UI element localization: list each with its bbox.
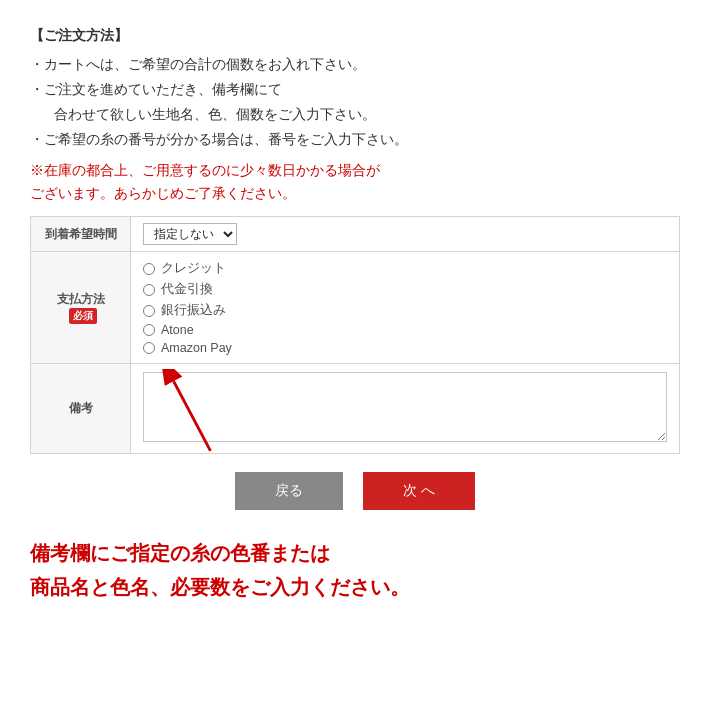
required-badge: 必須 bbox=[69, 308, 97, 324]
payment-label-cell: 支払方法 必須 bbox=[31, 252, 131, 364]
radio-circle-atone bbox=[143, 324, 155, 336]
payment-radio-group: クレジット 代金引換 銀行振込み Atone bbox=[143, 260, 667, 355]
radio-circle-cod bbox=[143, 284, 155, 296]
payment-option-atone[interactable]: Atone bbox=[143, 323, 667, 337]
remarks-textarea[interactable] bbox=[143, 372, 667, 442]
radio-circle-bank bbox=[143, 305, 155, 317]
order-form-table: 到着希望時間 指定しない 支払方法 必須 クレジット bbox=[30, 216, 680, 454]
payment-label-amazon: Amazon Pay bbox=[161, 341, 232, 355]
back-button[interactable]: 戻る bbox=[235, 472, 343, 510]
bottom-text-paragraph: 備考欄にご指定の糸の色番または 商品名と色名、必要数をご入力ください。 bbox=[30, 536, 680, 604]
payment-options-cell: クレジット 代金引換 銀行振込み Atone bbox=[131, 252, 680, 364]
payment-option-bank[interactable]: 銀行振込み bbox=[143, 302, 667, 319]
bottom-text-line2: 商品名と色名、必要数をご入力ください。 bbox=[30, 576, 410, 598]
bottom-text-section: 備考欄にご指定の糸の色番または 商品名と色名、必要数をご入力ください。 bbox=[0, 526, 710, 624]
delivery-time-select[interactable]: 指定しない bbox=[143, 223, 237, 245]
payment-row: 支払方法 必須 クレジット 代金引換 銀行振込み bbox=[31, 252, 680, 364]
red-arrow-icon bbox=[160, 369, 220, 459]
instruction-bullet-3: ・ご希望の糸の番号が分かる場合は、番号をご入力下さい。 bbox=[30, 128, 680, 153]
payment-label-atone: Atone bbox=[161, 323, 194, 337]
payment-label-credit: クレジット bbox=[161, 260, 226, 277]
payment-option-cod[interactable]: 代金引換 bbox=[143, 281, 667, 298]
button-row: 戻る 次 へ bbox=[0, 472, 710, 510]
payment-option-amazon[interactable]: Amazon Pay bbox=[143, 341, 667, 355]
instruction-bullet-2: ・ご注文を進めていただき、備考欄にて bbox=[30, 78, 680, 103]
instruction-bullet-1: ・カートへは、ご希望の合計の個数をお入れ下さい。 bbox=[30, 53, 680, 78]
bottom-text-line1: 備考欄にご指定の糸の色番または bbox=[30, 542, 330, 564]
delivery-time-label: 到着希望時間 bbox=[31, 217, 131, 252]
instruction-bullet-2b: 合わせて欲しい生地名、色、個数をご入力下さい。 bbox=[30, 103, 680, 128]
instruction-box: 【ご注文方法】 ・カートへは、ご希望の合計の個数をお入れ下さい。 ・ご注文を進め… bbox=[30, 24, 680, 206]
radio-circle-amazon bbox=[143, 342, 155, 354]
delivery-time-value: 指定しない bbox=[131, 217, 680, 252]
delivery-time-row: 到着希望時間 指定しない bbox=[31, 217, 680, 252]
svg-line-1 bbox=[174, 381, 211, 451]
remarks-label: 備考 bbox=[31, 364, 131, 454]
payment-option-credit[interactable]: クレジット bbox=[143, 260, 667, 277]
next-button[interactable]: 次 へ bbox=[363, 472, 475, 510]
payment-label: 支払方法 bbox=[57, 292, 105, 306]
payment-label-bank: 銀行振込み bbox=[161, 302, 226, 319]
form-section: 到着希望時間 指定しない 支払方法 必須 クレジット bbox=[30, 216, 680, 454]
instruction-title: 【ご注文方法】 bbox=[30, 24, 680, 49]
radio-circle-credit bbox=[143, 263, 155, 275]
remarks-row: 備考 bbox=[31, 364, 680, 454]
warning-text: ※在庫の都合上、ご用意するのに少々数日かかる場合がございます。あらかじめご了承く… bbox=[30, 159, 680, 206]
payment-label-cod: 代金引換 bbox=[161, 281, 213, 298]
